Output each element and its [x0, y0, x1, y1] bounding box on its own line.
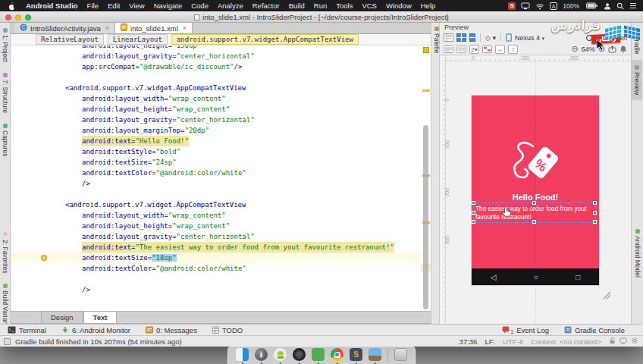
- tool-strip-android-model[interactable]: Android Model: [632, 224, 643, 283]
- menu-refactor[interactable]: Refactor: [248, 0, 284, 11]
- code-line[interactable]: android:text="Hello Food!": [11, 136, 420, 146]
- menu-navigate[interactable]: Navigate: [149, 0, 187, 11]
- column-mode-icon[interactable]: [469, 33, 475, 42]
- code-line[interactable]: android:layout_height="150dp": [11, 46, 420, 51]
- code-line[interactable]: android:textColor="@android:color/white": [11, 168, 420, 178]
- design-surface[interactable]: 0100200 0100200300 %: [440, 55, 631, 324]
- menu-view[interactable]: View: [124, 0, 149, 11]
- selection-handle[interactable]: [472, 201, 475, 205]
- selection-handle[interactable]: [472, 211, 475, 215]
- toolwindow-terminal[interactable]: Terminal: [0, 326, 54, 334]
- menu-window[interactable]: Window: [381, 0, 416, 11]
- apple-icon[interactable]: [0, 2, 21, 11]
- close-icon[interactable]: ×: [183, 24, 187, 32]
- refresh-icon[interactable]: [585, 34, 593, 42]
- selection-handle[interactable]: [472, 220, 475, 224]
- selection-handle[interactable]: [593, 201, 597, 205]
- code-line[interactable]: [11, 189, 420, 199]
- breadcrumb-android-support-v7-widget-appcompattextview[interactable]: android.support.v7.widget.AppCompatTextV…: [171, 34, 359, 45]
- menu-tools[interactable]: Tools: [331, 0, 357, 11]
- editor-tab-introslideractivity-java[interactable]: CIntroSliderActivity.java×: [14, 23, 115, 33]
- breadcrumb-relativelayout[interactable]: RelativeLayout: [36, 34, 104, 45]
- code-line[interactable]: android:textStyle="bold": [11, 146, 420, 157]
- dock-recorder-icon[interactable]: [293, 348, 306, 361]
- close-window-button[interactable]: [5, 14, 11, 20]
- file-encoding[interactable]: UTF-8: [503, 337, 523, 346]
- dock-trash-icon[interactable]: [394, 348, 407, 361]
- dock-screenshot-icon[interactable]: [369, 348, 381, 361]
- selection-handle[interactable]: [532, 201, 536, 205]
- inspection-indicator[interactable]: [423, 47, 429, 53]
- screenshare-icon[interactable]: S: [508, 2, 516, 10]
- selection-handle[interactable]: [593, 220, 597, 224]
- code-line[interactable]: [11, 274, 420, 284]
- code-line[interactable]: android:layout_gravity="center_horizonta…: [11, 51, 420, 61]
- toolwindow-toggle-icon[interactable]: [4, 338, 11, 345]
- selection-handle[interactable]: [593, 211, 597, 215]
- toolwindow-gradle-console[interactable]: Gradle Console: [557, 326, 632, 334]
- user-icon[interactable]: [604, 2, 611, 10]
- tool-strip-gradle[interactable]: Gradle: [632, 23, 642, 60]
- code-line[interactable]: android:layout_width="wrap_content": [11, 210, 420, 221]
- menu-vcs[interactable]: VCS: [357, 0, 381, 11]
- landscape-icon[interactable]: [456, 46, 466, 53]
- close-icon[interactable]: ×: [105, 24, 109, 32]
- code-line[interactable]: <android.support.v7.widget.AppCompatText…: [11, 199, 420, 210]
- code-line[interactable]: android:layout_width="wrap_content": [11, 93, 420, 104]
- zoom-window-button[interactable]: [25, 14, 31, 20]
- gear-icon[interactable]: [631, 337, 638, 346]
- export-icon[interactable]: [608, 46, 616, 53]
- render-errors-icon[interactable]: [482, 46, 492, 53]
- display-icon[interactable]: [521, 2, 530, 10]
- tab-text[interactable]: Text: [83, 311, 118, 323]
- breadcrumb-linearlayout[interactable]: LinearLayout: [108, 34, 168, 45]
- context-widget[interactable]: Context: <no context>: [531, 337, 601, 346]
- code-line[interactable]: android:layout_gravity="center_horizonta…: [11, 115, 420, 125]
- code-line[interactable]: />: [11, 178, 420, 189]
- editor-tab-into-slide1-xml[interactable]: into_slide1.xml×: [115, 23, 193, 33]
- menu-build[interactable]: Build: [284, 0, 309, 11]
- dock-launchpad-icon[interactable]: [255, 348, 268, 361]
- height-resize-icon[interactable]: ↕: [508, 45, 518, 54]
- editor-scrollbar[interactable]: [423, 125, 428, 309]
- bell-icon[interactable]: [619, 46, 627, 53]
- wifi-icon[interactable]: [535, 2, 544, 10]
- selection-box[interactable]: [473, 202, 596, 223]
- toolwindow-6-android-monitor[interactable]: 6: Android Monitor: [54, 326, 138, 334]
- code-line[interactable]: android:layout_height="wrap_content": [11, 104, 420, 115]
- variations-icon[interactable]: [444, 46, 453, 53]
- code-line[interactable]: />: [11, 284, 420, 295]
- zoom-out-icon[interactable]: ⊖: [572, 45, 579, 53]
- code-line[interactable]: android:textSize="24sp": [11, 157, 420, 168]
- tool-strip-7-structure[interactable]: 7: Structure: [0, 67, 11, 118]
- code-line[interactable]: app:srcCompat="@drawable/ic_discount"/>: [11, 61, 420, 72]
- window-titlebar[interactable]: into_slide1.xml - IntroSliderProject - […: [0, 11, 643, 23]
- phone-canvas[interactable]: % Hello Food! The easiest way to order f…: [472, 96, 599, 285]
- theme-selector-icon[interactable]: ◇ ▾: [485, 34, 496, 42]
- menu-run[interactable]: Run: [309, 0, 331, 11]
- code-line[interactable]: android:layout_gravity="center_horizonta…: [11, 231, 420, 242]
- api-version-icon[interactable]: 2▾: [469, 45, 479, 54]
- dock-android-studio-icon[interactable]: [274, 348, 287, 361]
- code-editor[interactable]: android:layout_height="150dp"android:lay…: [11, 46, 431, 311]
- battery-icon[interactable]: [586, 2, 598, 9]
- dock-finder-icon[interactable]: [236, 348, 249, 361]
- display-config-icon[interactable]: [619, 337, 627, 346]
- menu-code[interactable]: Code: [187, 0, 213, 11]
- code-line[interactable]: android:textSize="18sp": [11, 253, 420, 263]
- menu-file[interactable]: File: [83, 0, 103, 11]
- code-line[interactable]: android:layout_marginTop="20dp": [11, 125, 420, 136]
- intention-bulb-icon[interactable]: [41, 255, 47, 261]
- dock-notes-icon[interactable]: [312, 348, 325, 361]
- code-line[interactable]: android:textColor="@android:color/white": [11, 263, 420, 274]
- minimize-window-button[interactable]: [15, 14, 21, 20]
- tool-strip-2-favorites[interactable]: ★2: Favorites: [0, 225, 11, 278]
- toolwindow-todo[interactable]: TODO: [205, 326, 250, 334]
- canvas-resize-handle[interactable]: [602, 289, 611, 303]
- code-line[interactable]: [11, 72, 420, 83]
- selection-handle[interactable]: [532, 220, 536, 224]
- tab-design[interactable]: Design: [41, 311, 83, 323]
- input-source-icon[interactable]: A: [550, 2, 557, 10]
- toolwindow-0-messages[interactable]: 0: Messages: [138, 326, 205, 334]
- tool-strip-preview[interactable]: Preview: [632, 60, 642, 100]
